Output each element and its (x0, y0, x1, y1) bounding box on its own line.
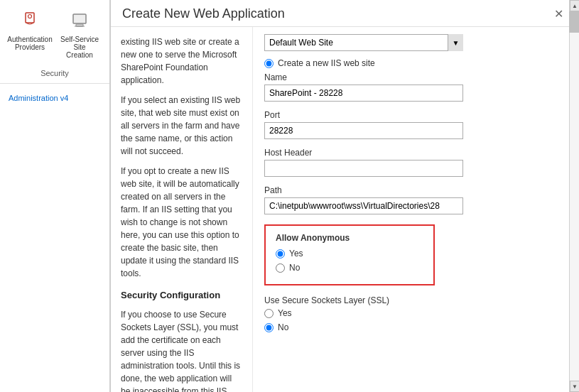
sidebar-icons-area: Authentication Providers Self-Service Si… (0, 0, 109, 66)
path-input[interactable] (264, 197, 463, 214)
port-input[interactable] (264, 122, 463, 139)
scrollbar-up-button[interactable]: ▲ (570, 0, 579, 11)
ssl-no-row: No (264, 322, 568, 332)
iis-site-select-wrapper: Default Web Site ▼ (264, 34, 463, 51)
host-header-input[interactable] (264, 160, 463, 177)
ssl-section: Use Secure Sockets Layer (SSL) Yes No (264, 295, 568, 332)
scrollbar-down-button[interactable]: ▼ (570, 381, 579, 392)
sidebar-item-auth-providers[interactable]: Authentication Providers (9, 7, 51, 59)
self-service-icon (67, 7, 92, 33)
desc-para3: If you opt to create a new IIS web site,… (121, 165, 242, 280)
svg-rect-2 (73, 14, 86, 23)
ssl-title: Use Secure Sockets Layer (SSL) (264, 295, 568, 305)
sidebar-admin-label: Administration v4 (0, 88, 109, 108)
sidebar-section-security: Security (0, 66, 109, 84)
ssl-no-radio[interactable] (264, 323, 274, 332)
host-header-label: Host Header (264, 148, 568, 158)
form-pane: Default Web Site ▼ Create a new IIS web … (253, 27, 579, 392)
allow-anon-no-label: No (289, 263, 300, 273)
desc-para1: existing IIS web site or create a new on… (121, 36, 242, 87)
sidebar-item-self-service[interactable]: Self-Service Site Creation (58, 7, 101, 59)
name-label: Name (264, 72, 568, 82)
desc-para2: If you select an existing IIS web site, … (121, 94, 242, 158)
modal-header: Create New Web Application ✕ (111, 0, 579, 27)
allow-anon-yes-radio[interactable] (276, 249, 285, 258)
allow-anon-no-radio[interactable] (276, 263, 285, 273)
iis-site-dropdown-row: Default Web Site ▼ (264, 34, 568, 51)
ssl-no-label: No (278, 322, 288, 332)
name-input[interactable] (264, 85, 463, 102)
ssl-yes-radio[interactable] (264, 309, 274, 318)
scrollbar-track: ▲ ▼ (569, 0, 579, 392)
ssl-yes-label: Yes (278, 308, 292, 318)
modal-close-button[interactable]: ✕ (550, 6, 568, 22)
port-label: Port (264, 110, 568, 120)
security-config-title: Security Configuration (121, 288, 242, 303)
self-service-label: Self-Service Site Creation (58, 36, 101, 59)
allow-anon-no-row: No (276, 263, 423, 273)
modal-title: Create New Web Application (122, 6, 285, 21)
modal-dialog: Create New Web Application ✕ existing II… (110, 0, 579, 392)
ssl-yes-row: Yes (264, 308, 568, 318)
allow-anonymous-title: Allow Anonymous (276, 233, 423, 243)
path-label: Path (264, 185, 568, 195)
security-config-box: Allow Anonymous Yes No (264, 224, 435, 285)
sidebar: Authentication Providers Self-Service Si… (0, 0, 110, 392)
auth-providers-label: Authentication Providers (7, 36, 52, 51)
modal-body: existing IIS web site or create a new on… (111, 27, 579, 392)
create-new-iis-radio-row: Create a new IIS web site (264, 58, 568, 68)
allow-anon-yes-label: Yes (289, 249, 303, 258)
desc-para4: If you choose to use Secure Sockets Laye… (121, 308, 242, 393)
create-new-iis-radio[interactable] (264, 59, 274, 68)
description-pane: existing IIS web site or create a new on… (111, 27, 253, 392)
scrollbar-thumb[interactable] (569, 11, 579, 33)
create-new-iis-label: Create a new IIS web site (278, 58, 375, 68)
allow-anon-yes-row: Yes (276, 249, 423, 258)
iis-site-select[interactable]: Default Web Site (264, 34, 463, 51)
auth-providers-icon (17, 7, 43, 33)
